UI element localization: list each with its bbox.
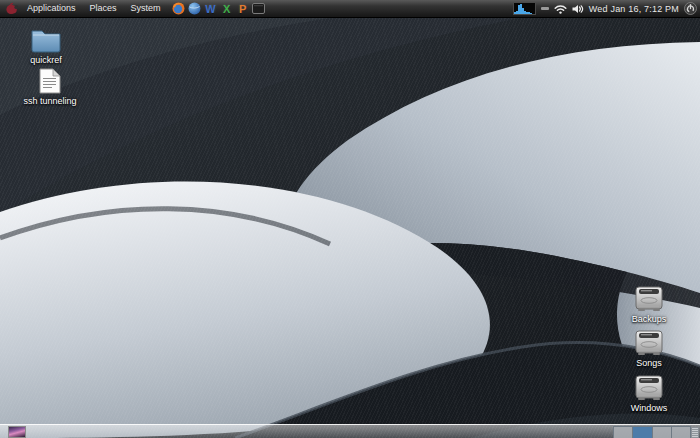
powerpoint-launcher-icon[interactable]: P bbox=[236, 2, 250, 16]
system-tray: Wed Jan 16, 7:12 PM bbox=[513, 2, 700, 15]
icon-label: Windows bbox=[631, 403, 668, 413]
top-panel: Applications Places System bbox=[0, 0, 700, 18]
menu-places[interactable]: Places bbox=[83, 0, 124, 17]
notification-area-icon[interactable] bbox=[541, 7, 549, 10]
text-file-icon bbox=[39, 68, 61, 94]
desktop-drive-backups[interactable]: Backups bbox=[616, 286, 682, 324]
desktop-icon-quickref[interactable]: quickref bbox=[13, 27, 79, 65]
hard-drive-icon bbox=[633, 330, 665, 356]
desktop-drive-windows[interactable]: Windows bbox=[616, 375, 682, 413]
folder-icon bbox=[30, 27, 62, 53]
workspace-2[interactable] bbox=[633, 427, 652, 438]
workspace-3[interactable] bbox=[653, 427, 672, 438]
distro-menu-apple-icon[interactable] bbox=[4, 2, 18, 16]
workspace-4[interactable] bbox=[672, 427, 690, 438]
show-desktop-button[interactable] bbox=[8, 426, 26, 438]
menu-system[interactable]: System bbox=[124, 0, 168, 17]
launcher-bar: W X P bbox=[172, 2, 266, 16]
clock[interactable]: Wed Jan 16, 7:12 PM bbox=[589, 4, 679, 14]
power-button-icon[interactable] bbox=[684, 2, 697, 15]
word-launcher-icon[interactable]: W bbox=[204, 2, 218, 16]
hard-drive-icon bbox=[633, 375, 665, 401]
firefox-launcher-icon[interactable] bbox=[172, 2, 186, 16]
workspace-switcher[interactable] bbox=[613, 426, 691, 438]
menu-applications[interactable]: Applications bbox=[20, 0, 83, 17]
icon-label: Backups bbox=[632, 314, 667, 324]
web-browser-globe-icon[interactable] bbox=[188, 2, 202, 16]
desktop-wallpaper bbox=[0, 0, 700, 438]
icon-label: quickref bbox=[30, 55, 62, 65]
panel-drag-handle[interactable] bbox=[691, 427, 699, 438]
excel-launcher-icon[interactable]: X bbox=[220, 2, 234, 16]
bottom-panel bbox=[0, 424, 700, 438]
cpu-monitor-applet[interactable] bbox=[513, 2, 536, 15]
hard-drive-icon bbox=[633, 286, 665, 312]
wifi-icon[interactable] bbox=[554, 4, 567, 14]
terminal-launcher-icon[interactable] bbox=[252, 2, 266, 16]
icon-label: Songs bbox=[636, 358, 662, 368]
desktop-icon-ssh-tunneling[interactable]: ssh tunneling bbox=[17, 68, 83, 106]
desktop-drive-songs[interactable]: Songs bbox=[616, 330, 682, 368]
desktop-screen: Applications Places System bbox=[0, 0, 700, 438]
volume-icon[interactable] bbox=[572, 4, 584, 14]
icon-label: ssh tunneling bbox=[23, 96, 76, 106]
workspace-1[interactable] bbox=[614, 427, 633, 438]
